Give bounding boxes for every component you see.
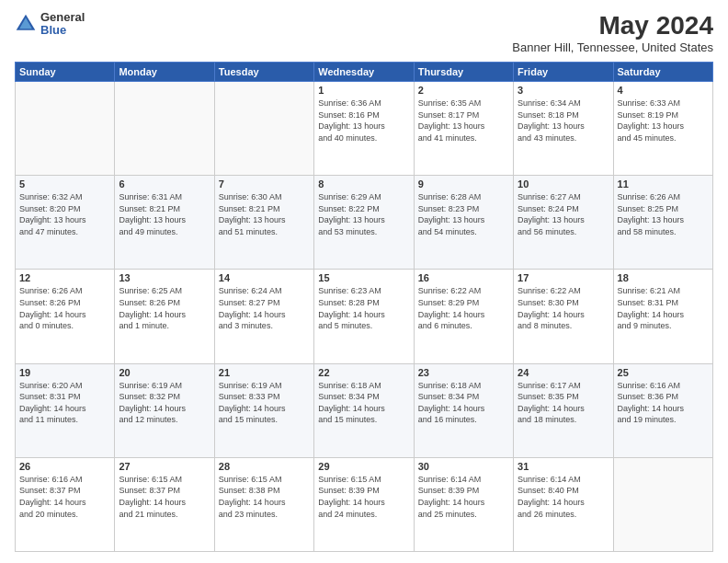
day-number: 1 bbox=[318, 85, 409, 96]
col-friday: Friday bbox=[514, 63, 613, 82]
day-info: Sunrise: 6:22 AM Sunset: 8:29 PM Dayligh… bbox=[418, 285, 509, 331]
col-tuesday: Tuesday bbox=[214, 63, 313, 82]
calendar-cell-1-2: 7Sunrise: 6:30 AM Sunset: 8:21 PM Daylig… bbox=[214, 176, 313, 270]
title-section: May 2024 Banner Hill, Tennessee, United … bbox=[512, 11, 713, 54]
day-number: 25 bbox=[618, 367, 709, 378]
day-info: Sunrise: 6:18 AM Sunset: 8:34 PM Dayligh… bbox=[318, 380, 409, 426]
calendar-cell-2-5: 17Sunrise: 6:22 AM Sunset: 8:30 PM Dayli… bbox=[514, 270, 613, 363]
calendar-cell-3-6: 25Sunrise: 6:16 AM Sunset: 8:36 PM Dayli… bbox=[613, 363, 712, 457]
day-number: 29 bbox=[318, 461, 409, 472]
day-info: Sunrise: 6:31 AM Sunset: 8:21 PM Dayligh… bbox=[119, 191, 210, 237]
col-wednesday: Wednesday bbox=[314, 63, 414, 82]
calendar-cell-2-1: 13Sunrise: 6:25 AM Sunset: 8:26 PM Dayli… bbox=[115, 270, 214, 363]
day-info: Sunrise: 6:16 AM Sunset: 8:36 PM Dayligh… bbox=[618, 380, 709, 426]
calendar-cell-3-3: 22Sunrise: 6:18 AM Sunset: 8:34 PM Dayli… bbox=[314, 363, 414, 457]
day-number: 26 bbox=[19, 461, 110, 472]
day-info: Sunrise: 6:15 AM Sunset: 8:37 PM Dayligh… bbox=[119, 474, 210, 520]
day-info: Sunrise: 6:21 AM Sunset: 8:31 PM Dayligh… bbox=[618, 285, 709, 331]
day-number: 18 bbox=[618, 272, 709, 283]
day-info: Sunrise: 6:14 AM Sunset: 8:40 PM Dayligh… bbox=[518, 474, 609, 520]
day-number: 28 bbox=[219, 461, 310, 472]
calendar-cell-0-3: 1Sunrise: 6:36 AM Sunset: 8:16 PM Daylig… bbox=[314, 82, 414, 176]
calendar-cell-3-2: 21Sunrise: 6:19 AM Sunset: 8:33 PM Dayli… bbox=[214, 363, 313, 457]
calendar-cell-0-1 bbox=[115, 82, 214, 176]
day-number: 30 bbox=[418, 461, 509, 472]
calendar-table: Sunday Monday Tuesday Wednesday Thursday… bbox=[15, 62, 713, 552]
calendar-cell-4-3: 29Sunrise: 6:15 AM Sunset: 8:39 PM Dayli… bbox=[314, 457, 414, 551]
calendar-cell-1-6: 11Sunrise: 6:26 AM Sunset: 8:25 PM Dayli… bbox=[613, 176, 712, 270]
calendar-cell-0-2 bbox=[214, 82, 313, 176]
header: General Blue May 2024 Banner Hill, Tenne… bbox=[15, 11, 713, 54]
day-number: 4 bbox=[618, 85, 709, 96]
calendar-week-2: 5Sunrise: 6:32 AM Sunset: 8:20 PM Daylig… bbox=[16, 176, 713, 270]
day-number: 6 bbox=[119, 178, 210, 190]
col-saturday: Saturday bbox=[613, 63, 712, 82]
day-info: Sunrise: 6:32 AM Sunset: 8:20 PM Dayligh… bbox=[19, 191, 110, 237]
day-info: Sunrise: 6:33 AM Sunset: 8:19 PM Dayligh… bbox=[618, 98, 709, 144]
day-number: 21 bbox=[219, 367, 310, 378]
calendar-cell-1-1: 6Sunrise: 6:31 AM Sunset: 8:21 PM Daylig… bbox=[115, 176, 214, 270]
logo-blue-text: Blue bbox=[40, 23, 66, 37]
calendar-cell-3-0: 19Sunrise: 6:20 AM Sunset: 8:31 PM Dayli… bbox=[16, 363, 115, 457]
day-number: 16 bbox=[418, 272, 509, 283]
calendar-cell-4-1: 27Sunrise: 6:15 AM Sunset: 8:37 PM Dayli… bbox=[115, 457, 214, 551]
calendar-cell-1-5: 10Sunrise: 6:27 AM Sunset: 8:24 PM Dayli… bbox=[514, 176, 613, 270]
calendar-week-4: 19Sunrise: 6:20 AM Sunset: 8:31 PM Dayli… bbox=[16, 363, 713, 457]
calendar-cell-3-4: 23Sunrise: 6:18 AM Sunset: 8:34 PM Dayli… bbox=[414, 363, 513, 457]
day-info: Sunrise: 6:26 AM Sunset: 8:25 PM Dayligh… bbox=[618, 191, 709, 237]
day-info: Sunrise: 6:15 AM Sunset: 8:38 PM Dayligh… bbox=[219, 474, 310, 520]
day-info: Sunrise: 6:35 AM Sunset: 8:17 PM Dayligh… bbox=[418, 98, 509, 144]
calendar-cell-2-2: 14Sunrise: 6:24 AM Sunset: 8:27 PM Dayli… bbox=[214, 270, 313, 363]
calendar-cell-0-4: 2Sunrise: 6:35 AM Sunset: 8:17 PM Daylig… bbox=[414, 82, 513, 176]
day-number: 3 bbox=[518, 85, 609, 96]
col-monday: Monday bbox=[115, 63, 214, 82]
calendar-cell-4-6 bbox=[613, 457, 712, 551]
location-text: Banner Hill, Tennessee, United States bbox=[512, 40, 713, 54]
calendar-week-1: 1Sunrise: 6:36 AM Sunset: 8:16 PM Daylig… bbox=[16, 82, 713, 176]
day-number: 27 bbox=[119, 461, 210, 472]
day-info: Sunrise: 6:26 AM Sunset: 8:26 PM Dayligh… bbox=[19, 285, 110, 331]
calendar-cell-2-4: 16Sunrise: 6:22 AM Sunset: 8:29 PM Dayli… bbox=[414, 270, 513, 363]
logo-text: General Blue bbox=[40, 11, 85, 38]
day-number: 24 bbox=[518, 367, 609, 378]
day-info: Sunrise: 6:36 AM Sunset: 8:16 PM Dayligh… bbox=[318, 98, 409, 144]
day-info: Sunrise: 6:17 AM Sunset: 8:35 PM Dayligh… bbox=[518, 380, 609, 426]
calendar-cell-1-4: 9Sunrise: 6:28 AM Sunset: 8:23 PM Daylig… bbox=[414, 176, 513, 270]
calendar-cell-0-0 bbox=[16, 82, 115, 176]
calendar-week-5: 26Sunrise: 6:16 AM Sunset: 8:37 PM Dayli… bbox=[16, 457, 713, 551]
calendar-cell-1-0: 5Sunrise: 6:32 AM Sunset: 8:20 PM Daylig… bbox=[16, 176, 115, 270]
calendar-cell-0-6: 4Sunrise: 6:33 AM Sunset: 8:19 PM Daylig… bbox=[613, 82, 712, 176]
day-number: 2 bbox=[418, 85, 509, 96]
calendar-cell-3-1: 20Sunrise: 6:19 AM Sunset: 8:32 PM Dayli… bbox=[115, 363, 214, 457]
calendar-header-row: Sunday Monday Tuesday Wednesday Thursday… bbox=[16, 63, 713, 82]
day-info: Sunrise: 6:25 AM Sunset: 8:26 PM Dayligh… bbox=[119, 285, 210, 331]
day-info: Sunrise: 6:14 AM Sunset: 8:39 PM Dayligh… bbox=[418, 474, 509, 520]
calendar-cell-1-3: 8Sunrise: 6:29 AM Sunset: 8:22 PM Daylig… bbox=[314, 176, 414, 270]
day-number: 10 bbox=[518, 178, 609, 190]
day-info: Sunrise: 6:15 AM Sunset: 8:39 PM Dayligh… bbox=[318, 474, 409, 520]
calendar-cell-3-5: 24Sunrise: 6:17 AM Sunset: 8:35 PM Dayli… bbox=[514, 363, 613, 457]
day-info: Sunrise: 6:16 AM Sunset: 8:37 PM Dayligh… bbox=[19, 474, 110, 520]
day-number: 23 bbox=[418, 367, 509, 378]
calendar-cell-0-5: 3Sunrise: 6:34 AM Sunset: 8:18 PM Daylig… bbox=[514, 82, 613, 176]
day-number: 20 bbox=[119, 367, 210, 378]
calendar-cell-4-2: 28Sunrise: 6:15 AM Sunset: 8:38 PM Dayli… bbox=[214, 457, 313, 551]
day-info: Sunrise: 6:22 AM Sunset: 8:30 PM Dayligh… bbox=[518, 285, 609, 331]
calendar-week-3: 12Sunrise: 6:26 AM Sunset: 8:26 PM Dayli… bbox=[16, 270, 713, 363]
day-number: 9 bbox=[418, 178, 509, 190]
logo-icon bbox=[15, 13, 37, 35]
day-number: 12 bbox=[19, 272, 110, 283]
calendar-cell-2-0: 12Sunrise: 6:26 AM Sunset: 8:26 PM Dayli… bbox=[16, 270, 115, 363]
page: General Blue May 2024 Banner Hill, Tenne… bbox=[0, 0, 728, 563]
day-info: Sunrise: 6:29 AM Sunset: 8:22 PM Dayligh… bbox=[318, 191, 409, 237]
day-number: 14 bbox=[219, 272, 310, 283]
day-number: 5 bbox=[19, 178, 110, 190]
day-info: Sunrise: 6:20 AM Sunset: 8:31 PM Dayligh… bbox=[19, 380, 110, 426]
day-info: Sunrise: 6:27 AM Sunset: 8:24 PM Dayligh… bbox=[518, 191, 609, 237]
day-info: Sunrise: 6:18 AM Sunset: 8:34 PM Dayligh… bbox=[418, 380, 509, 426]
day-info: Sunrise: 6:19 AM Sunset: 8:33 PM Dayligh… bbox=[219, 380, 310, 426]
day-number: 15 bbox=[318, 272, 409, 283]
logo: General Blue bbox=[15, 11, 85, 38]
day-number: 19 bbox=[19, 367, 110, 378]
col-sunday: Sunday bbox=[16, 63, 115, 82]
